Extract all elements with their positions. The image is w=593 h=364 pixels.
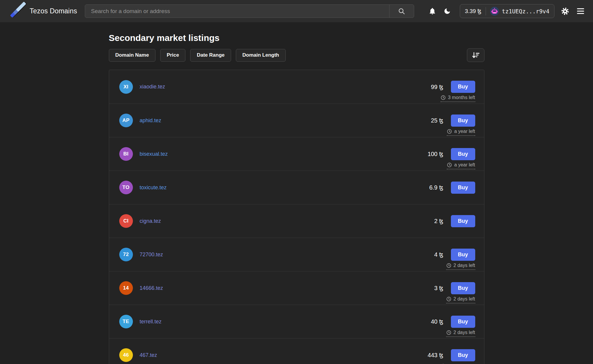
domain-avatar: 46 [119, 348, 133, 362]
buy-button[interactable]: Buy [451, 81, 475, 93]
listing-price: 6.9 ꜩ [429, 184, 443, 191]
expiration-badge: 3 months left [441, 95, 475, 102]
expiration-badge: a year left [447, 129, 475, 136]
listing-row: TO toxicute.tez 6.9 ꜩ Buy [109, 171, 484, 204]
listing-actions: 2 ꜩ Buy [434, 215, 475, 227]
domain-avatar: CI [119, 214, 133, 228]
domain-link[interactable]: aphid.tez [140, 117, 161, 124]
gear-icon [561, 7, 569, 15]
wallet-balance: 3.39 ꜩ [465, 8, 481, 15]
expiration-text: 3 months left [448, 95, 475, 100]
main-content: Secondary market listings Domain NamePri… [109, 33, 484, 364]
sort-order-button[interactable] [467, 48, 484, 62]
clock-icon [441, 95, 446, 100]
listing-price: 99 ꜩ [431, 83, 443, 90]
listing-row: XI xiaodie.tez 99 ꜩ Buy 3 months left [109, 70, 484, 104]
buy-button[interactable]: Buy [451, 182, 475, 194]
listing-row: CI cigna.tez 2 ꜩ Buy [109, 204, 484, 238]
expiration-text: 2 days left [454, 263, 475, 268]
listing-actions: 443 ꜩ Buy [427, 349, 475, 361]
domain-link[interactable]: 467.tez [140, 352, 157, 358]
buy-button[interactable]: Buy [451, 349, 475, 361]
buy-button[interactable]: Buy [451, 282, 475, 294]
robot-avatar-icon [490, 7, 499, 16]
domain-avatar: TE [119, 315, 133, 328]
wallet-divider [486, 7, 486, 15]
listing-price: 25 ꜩ [431, 117, 443, 124]
brand-name: Tezos Domains [30, 7, 77, 15]
buy-button[interactable]: Buy [451, 249, 475, 261]
domain-avatar: XI [119, 80, 133, 94]
wallet-pill[interactable]: 3.39 ꜩ tz1UEQz...r9v4 [460, 4, 554, 18]
expiration-text: 2 days left [454, 296, 475, 302]
listing-row: 14 14666.tez 3 ꜩ Buy 2 days left [109, 271, 484, 305]
domain-link[interactable]: bisexual.tez [140, 151, 168, 157]
domain-avatar: AP [119, 114, 133, 127]
expiration-badge: 2 days left [446, 296, 475, 303]
expiration-badge: 2 days left [446, 330, 475, 337]
search-bar [85, 4, 414, 18]
menu-icon [577, 8, 584, 9]
expiration-text: a year left [454, 129, 475, 134]
expiration-text: a year left [454, 162, 475, 168]
listing-price: 443 ꜩ [427, 352, 443, 359]
listing-price: 100 ꜩ [427, 150, 443, 158]
domain-link[interactable]: 72700.tez [140, 252, 163, 258]
brand-home-link[interactable]: Tezos Domains [10, 3, 77, 19]
clock-icon [447, 162, 452, 168]
filter-button[interactable]: Domain Length [236, 49, 286, 62]
domain-link[interactable]: 14666.tez [140, 285, 163, 291]
listing-row: AP aphid.tez 25 ꜩ Buy a year left [109, 104, 484, 137]
expiration-badge: a year left [447, 162, 475, 169]
buy-button[interactable]: Buy [451, 316, 475, 328]
filter-button[interactable]: Price [160, 49, 186, 62]
listings-container: XI xiaodie.tez 99 ꜩ Buy 3 months left AP… [109, 70, 484, 364]
dark-mode-toggle[interactable] [443, 7, 451, 15]
clock-icon [446, 263, 451, 268]
tezos-domains-logo-icon [10, 3, 26, 19]
listing-row: 72 72700.tez 4 ꜩ Buy 2 days left [109, 238, 484, 271]
clock-icon [447, 129, 452, 134]
search-input[interactable] [85, 5, 389, 18]
page-title: Secondary market listings [109, 33, 484, 43]
domain-link[interactable]: terrell.tez [140, 319, 162, 325]
domain-link[interactable]: cigna.tez [140, 218, 161, 224]
listing-price: 3 ꜩ [434, 284, 443, 292]
listing-actions: 99 ꜩ Buy [431, 81, 475, 93]
listing-price: 40 ꜩ [431, 318, 443, 325]
domain-link[interactable]: toxicute.tez [140, 185, 167, 191]
listing-actions: 100 ꜩ Buy [427, 148, 475, 160]
buy-button[interactable]: Buy [451, 115, 475, 127]
buy-button[interactable]: Buy [451, 215, 475, 227]
domain-avatar: 14 [119, 281, 133, 295]
listing-price: 2 ꜩ [434, 217, 443, 225]
domain-avatar: BI [119, 147, 133, 161]
notifications-button[interactable] [428, 7, 436, 15]
bell-icon [428, 7, 436, 15]
buy-button[interactable]: Buy [451, 148, 475, 160]
search-button[interactable] [389, 5, 414, 18]
listing-actions: 4 ꜩ Buy [434, 249, 475, 261]
moon-icon [443, 7, 451, 15]
filter-toolbar: Domain NamePriceDate RangeDomain Length [109, 48, 484, 62]
search-icon [398, 7, 406, 15]
listing-row: BI bisexual.tez 100 ꜩ Buy a year left [109, 137, 484, 171]
top-navbar: Tezos Domains 3.39 ꜩ [0, 0, 593, 22]
listing-row: TE terrell.tez 40 ꜩ Buy 2 days left [109, 305, 484, 338]
filter-button[interactable]: Date Range [190, 49, 231, 62]
hamburger-menu-button[interactable] [577, 8, 584, 14]
app-window: Tezos Domains 3.39 ꜩ [0, 0, 593, 364]
listing-row: 46 467.tez 443 ꜩ Buy 7 months left [109, 338, 484, 364]
listing-actions: 3 ꜩ Buy [434, 282, 475, 294]
domain-avatar: TO [119, 181, 133, 194]
sort-descending-icon [471, 51, 480, 59]
settings-button[interactable] [561, 7, 569, 15]
domain-avatar: 72 [119, 248, 133, 261]
listing-actions: 6.9 ꜩ Buy [429, 182, 475, 194]
listing-price: 4 ꜩ [434, 251, 443, 258]
domain-link[interactable]: xiaodie.tez [140, 84, 165, 90]
wallet-avatar [490, 7, 499, 16]
filter-button[interactable]: Domain Name [109, 49, 155, 62]
listing-actions: 25 ꜩ Buy [431, 115, 475, 127]
expiration-badge: 2 days left [446, 263, 475, 270]
